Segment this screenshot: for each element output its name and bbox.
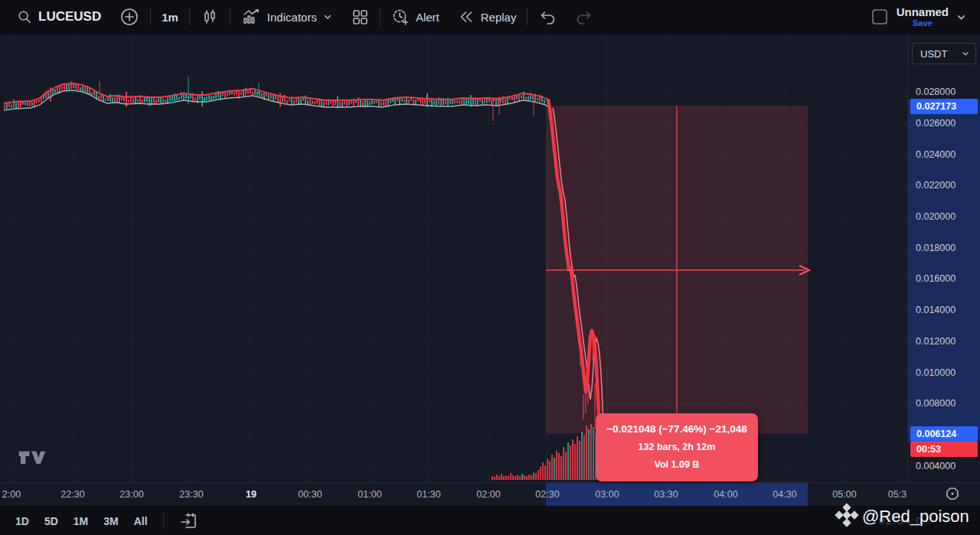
interval-label: 1m [162, 11, 178, 24]
measure-start-price-badge: 0.027173 [910, 99, 978, 114]
grid-layout-icon [351, 8, 369, 26]
time-axis-label: 22:30 [60, 489, 84, 500]
grid-layout-button[interactable] [341, 5, 378, 29]
layout-name: Unnamed [897, 6, 949, 19]
time-axis[interactable]: 2:0022:3023:0023:301900:3001:0001:3002:0… [0, 482, 980, 506]
indicators-button[interactable]: Indicators [232, 5, 341, 29]
price-axis-label: 0.010000 [916, 367, 956, 378]
symbol-search-button[interactable]: LUCEUSD [8, 5, 110, 29]
currency-selector[interactable]: USDT [912, 43, 976, 64]
plus-circle-icon [119, 7, 139, 27]
replay-rewind-icon [458, 8, 475, 25]
range-button-all[interactable]: All [134, 515, 148, 527]
time-axis-label: 05:3 [888, 489, 906, 500]
measure-change: −0.021048 (−77.46%) −21,048 [603, 420, 750, 439]
price-axis-label: 0.018000 [916, 243, 956, 253]
search-icon [17, 9, 32, 24]
measure-tooltip[interactable]: −0.021048 (−77.46%) −21,048 132 bars, 2h… [596, 413, 758, 481]
measure-bars-duration: 132 bars, 2h 12m [603, 439, 750, 456]
toolbar-divider [163, 513, 164, 530]
chevron-down-icon [323, 12, 332, 21]
range-button-5d[interactable]: 5D [44, 515, 58, 527]
toolbar-divider [527, 8, 528, 26]
chevron-down-icon[interactable] [956, 12, 966, 22]
time-axis-label: 23:30 [179, 489, 203, 500]
price-axis[interactable]: 0.0280000.0260000.0240000.0220000.020000… [907, 34, 980, 482]
replay-label: Replay [481, 11, 517, 24]
redo-icon [575, 8, 593, 25]
alert-label: Alert [416, 11, 439, 24]
undo-icon [538, 8, 557, 25]
price-axis-label: 0.008000 [916, 398, 956, 409]
toolbar-divider [189, 8, 190, 26]
tradingview-logo[interactable] [17, 449, 47, 468]
chart-style-button[interactable] [191, 5, 228, 29]
price-axis-label: 0.022000 [916, 180, 956, 191]
save-link[interactable]: Save [913, 18, 933, 28]
price-axis-label: 0.014000 [916, 305, 956, 315]
redo-button[interactable] [566, 5, 603, 29]
time-axis-label: 19 [246, 489, 256, 500]
indicators-icon [241, 8, 261, 26]
measure-volume: Vol 1.09 B [603, 456, 750, 474]
price-axis-label: 0.012000 [916, 336, 956, 347]
candlestick-icon [201, 8, 219, 26]
top-toolbar: LUCEUSD 1m Indicators [0, 0, 980, 34]
price-axis-label: 0.026000 [916, 118, 956, 129]
undo-button[interactable] [529, 5, 566, 29]
replay-button[interactable]: Replay [449, 5, 526, 29]
bottom-toolbar: 1D 5D 1M 3M All [0, 506, 980, 535]
range-button-3m[interactable]: 3M [103, 515, 118, 527]
time-axis-label: 02:00 [476, 489, 500, 500]
time-axis-label: 02:30 [535, 489, 559, 500]
price-axis-label: 0.020000 [916, 211, 956, 222]
compare-add-button[interactable] [110, 5, 149, 29]
time-axis-label: 04:00 [714, 489, 737, 500]
range-button-1m[interactable]: 1M [74, 515, 88, 527]
measure-end-price-badge: 0.006124 [910, 426, 978, 442]
range-button-1d[interactable]: 1D [15, 515, 29, 527]
time-axis-label: 23:00 [119, 489, 143, 500]
time-axis-label: 01:30 [416, 489, 440, 500]
time-axis-label: 00:30 [298, 489, 322, 500]
save-checkbox-icon[interactable] [871, 8, 889, 26]
toolbar-right-group: Unnamed Save [871, 6, 971, 28]
alert-clock-icon [391, 8, 410, 26]
trading-app-window: LUCEUSD 1m Indicators [0, 0, 980, 535]
bar-countdown-badge: 00:53 [910, 442, 978, 457]
time-axis-label: 05:00 [832, 489, 856, 500]
price-axis-label: 0.016000 [916, 273, 956, 284]
alert-button[interactable]: Alert [382, 5, 449, 29]
axis-settings-gear-icon[interactable] [943, 485, 962, 504]
currency-label: USDT [920, 48, 947, 60]
chevron-down-icon [962, 50, 969, 57]
time-axis-label: 03:00 [595, 489, 619, 500]
time-axis-label: 04:30 [773, 489, 796, 500]
price-axis-label: 0.004000 [916, 461, 956, 471]
price-axis-label: 0.028000 [916, 86, 956, 97]
interval-button[interactable]: 1m [152, 5, 188, 29]
toolbar-divider [230, 8, 230, 26]
indicators-label: Indicators [267, 11, 317, 24]
toolbar-divider [380, 8, 381, 26]
time-axis-label: 01:00 [358, 489, 381, 500]
price-chart[interactable] [0, 34, 907, 482]
toolbar-divider [150, 8, 151, 26]
price-axis-label: 0.024000 [916, 149, 956, 160]
symbol-name: LUCEUSD [38, 9, 101, 24]
time-axis-label: 2:00 [2, 489, 21, 500]
layout-menu-button[interactable]: Unnamed Save [897, 6, 949, 28]
time-axis-label: 03:30 [654, 489, 678, 500]
go-to-date-calendar-icon[interactable] [179, 511, 199, 531]
